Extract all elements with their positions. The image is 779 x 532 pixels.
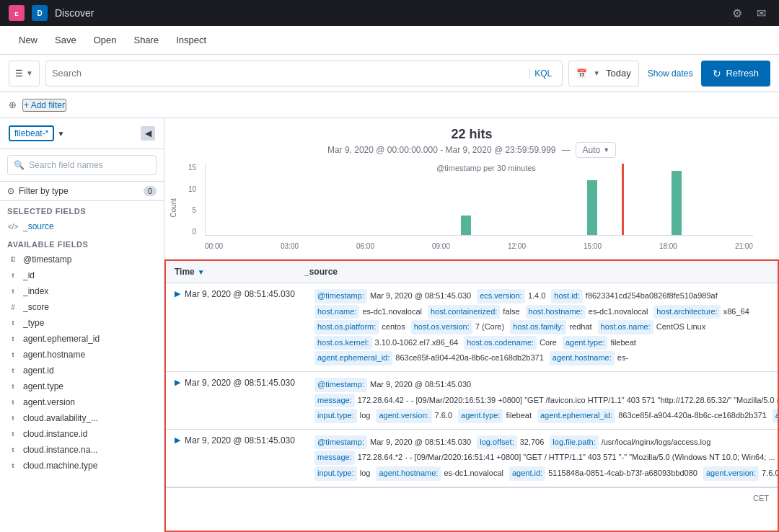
add-filter-button[interactable]: + Add filter xyxy=(22,99,66,112)
expand-row-1[interactable]: ▶ xyxy=(175,289,180,365)
field-item-agent-version[interactable]: t agent.version xyxy=(0,394,164,410)
filter-count-badge: 0 xyxy=(144,186,157,196)
row-source-2: @timestamp:Mar 9, 2020 @ 08:51:45.030 me… xyxy=(314,378,779,423)
content-area: 22 hits Mar 9, 2020 @ 00:00:00.000 - Mar… xyxy=(164,118,779,532)
field-type-timestamp: 🗓 xyxy=(7,256,19,263)
available-fields-label: Available fields xyxy=(0,234,164,252)
field-name-cloud-instance-na: cloud.instance.na... xyxy=(23,445,97,455)
date-value: Today xyxy=(606,68,631,79)
chart-container: Count 15 10 5 0 00:00 03:00 06:00 09:00 … xyxy=(176,164,767,250)
expand-row-3[interactable]: ▶ xyxy=(175,435,180,481)
field-name-agent-type: agent.type xyxy=(23,381,63,391)
field-item-cloud-instance-na[interactable]: t cloud.instance.na... xyxy=(0,442,164,458)
field-item-id[interactable]: t _id xyxy=(0,267,164,283)
discover-app-icon[interactable]: D xyxy=(32,5,48,21)
table-row-main-3[interactable]: ▶ Mar 9, 2020 @ 08:51:45.030 @timestamp:… xyxy=(166,430,778,487)
top-bar: E D Discover ⚙ ✉ xyxy=(0,0,779,26)
field-type-id: t xyxy=(7,272,19,279)
index-pattern-selector[interactable]: filebeat-* ▼ xyxy=(9,125,64,141)
index-selector-icon: ☰ xyxy=(15,68,23,79)
field-type-agent-type: t xyxy=(7,383,19,390)
kql-badge[interactable]: KQL xyxy=(529,68,556,79)
expand-row-2[interactable]: ▶ xyxy=(175,378,180,423)
field-type-agent-ephemeral: t xyxy=(7,335,19,342)
x-label-0900: 09:00 xyxy=(432,242,450,250)
chart-bar-33 xyxy=(587,180,597,235)
field-item-index[interactable]: t _index xyxy=(0,283,164,299)
field-item-source[interactable]: </> _source xyxy=(0,218,164,234)
table-row-main-2[interactable]: ▶ Mar 9, 2020 @ 08:51:45.030 @timestamp:… xyxy=(166,372,778,429)
table-row: ▶ Mar 9, 2020 @ 08:51:45.030 @timestamp:… xyxy=(166,372,778,430)
chart-hits: 22 hits xyxy=(176,127,767,142)
field-item-cloud-instance-id[interactable]: t cloud.instance.id xyxy=(0,426,164,442)
field-item-score[interactable]: # _score xyxy=(0,299,164,315)
chart-date-range-text: Mar 9, 2020 @ 00:00:00.000 - Mar 9, 2020… xyxy=(327,145,556,155)
nav-save[interactable]: Save xyxy=(48,32,84,48)
top-bar-actions: ⚙ ✉ xyxy=(728,5,770,22)
main-layout: filebeat-* ▼ ◀ 🔍 Search field names ⊙ Fi… xyxy=(0,118,779,532)
chart-area: 22 hits Mar 9, 2020 @ 00:00:00.000 - Mar… xyxy=(164,118,779,260)
search-input[interactable] xyxy=(52,68,527,79)
calendar-icon: 📅 xyxy=(576,68,587,79)
field-item-agent-id[interactable]: t agent.id xyxy=(0,363,164,378)
table-header: Time ▼ _source xyxy=(166,261,778,283)
field-type-cloud-instance-id: t xyxy=(7,430,19,438)
auto-interval-selector[interactable]: Auto ▼ xyxy=(576,142,616,158)
y-label-15: 15 xyxy=(188,164,196,172)
chart-bar-41 xyxy=(672,171,682,235)
field-type-icon: </> xyxy=(7,223,19,231)
row-source-1: @timestamp:Mar 9, 2020 @ 08:51:45.030 ec… xyxy=(314,289,769,365)
auto-chevron: ▼ xyxy=(603,146,609,154)
sort-icon[interactable]: ▼ xyxy=(198,268,205,276)
table-row-main-1[interactable]: ▶ Mar 9, 2020 @ 08:51:45.030 @timestamp:… xyxy=(166,283,778,371)
filter-type-label: Filter by type xyxy=(19,186,69,196)
refresh-icon: ↻ xyxy=(713,68,721,79)
field-item-type[interactable]: t _type xyxy=(0,315,164,331)
timezone-label: CET xyxy=(753,494,769,502)
search-bar[interactable]: KQL xyxy=(45,61,563,87)
sidebar: filebeat-* ▼ ◀ 🔍 Search field names ⊙ Fi… xyxy=(0,118,164,532)
filter-type-row: ⊙ Filter by type 0 xyxy=(0,182,164,201)
search-icon: 🔍 xyxy=(14,160,25,170)
col-header-source: _source xyxy=(304,267,769,277)
field-name-id: _id xyxy=(23,270,35,280)
field-item-cloud-machine-type[interactable]: t cloud.machine.type xyxy=(0,458,164,474)
field-type-index: t xyxy=(7,288,19,295)
index-selector[interactable]: ☰ ▼ xyxy=(9,61,40,87)
row-time-2: Mar 9, 2020 @ 08:51:45.030 xyxy=(185,378,314,423)
nav-open[interactable]: Open xyxy=(87,32,124,48)
field-item-agent-ephemeral-id[interactable]: t agent.ephemeral_id xyxy=(0,331,164,347)
field-item-timestamp[interactable]: 🗓 @timestamp xyxy=(0,252,164,267)
row-time-1: Mar 9, 2020 @ 08:51:45.030 xyxy=(185,289,314,365)
x-label-0000: 00:00 xyxy=(205,242,223,250)
field-name-agent-ephemeral: agent.ephemeral_id xyxy=(23,334,100,344)
refresh-button[interactable]: ↻ Refresh xyxy=(701,61,770,87)
index-pattern-text: filebeat-* xyxy=(9,125,54,141)
field-item-agent-type[interactable]: t agent.type xyxy=(0,378,164,394)
chart-x-axis: 00:00 03:00 06:00 09:00 12:00 15:00 18:0… xyxy=(205,242,753,250)
x-label-0300: 03:00 xyxy=(281,242,299,250)
field-item-agent-hostname[interactable]: t agent.hostname xyxy=(0,347,164,363)
chart-range-separator: — xyxy=(561,145,570,155)
field-name-type: _type xyxy=(23,318,44,328)
field-type-agent-hostname: t xyxy=(7,351,19,358)
x-label-2100: 21:00 xyxy=(735,242,753,250)
refresh-label: Refresh xyxy=(726,68,759,79)
mail-icon[interactable]: ✉ xyxy=(752,5,770,22)
settings-icon[interactable]: ⚙ xyxy=(728,5,747,22)
nav-inspect[interactable]: Inspect xyxy=(169,32,214,48)
chart-y-axis: 15 10 5 0 xyxy=(176,164,196,236)
x-label-1200: 12:00 xyxy=(508,242,526,250)
date-picker[interactable]: 📅 ▼ Today xyxy=(568,61,639,87)
field-search-input[interactable]: 🔍 Search field names xyxy=(7,155,157,175)
filter-by-type-button[interactable]: ⊙ Filter by type xyxy=(7,186,69,196)
elastic-logo[interactable]: E xyxy=(9,5,25,21)
nav-share[interactable]: Share xyxy=(126,32,166,48)
nav-new[interactable]: New xyxy=(12,32,45,48)
field-name-timestamp: @timestamp xyxy=(23,254,72,265)
sidebar-collapse-button[interactable]: ◀ xyxy=(141,126,155,141)
table-row: ▶ Mar 9, 2020 @ 08:51:45.030 @timestamp:… xyxy=(166,430,778,487)
field-name-source: _source xyxy=(23,221,54,231)
show-dates-button[interactable]: Show dates xyxy=(645,68,696,79)
field-item-cloud-availability[interactable]: t cloud.availability_... xyxy=(0,410,164,426)
